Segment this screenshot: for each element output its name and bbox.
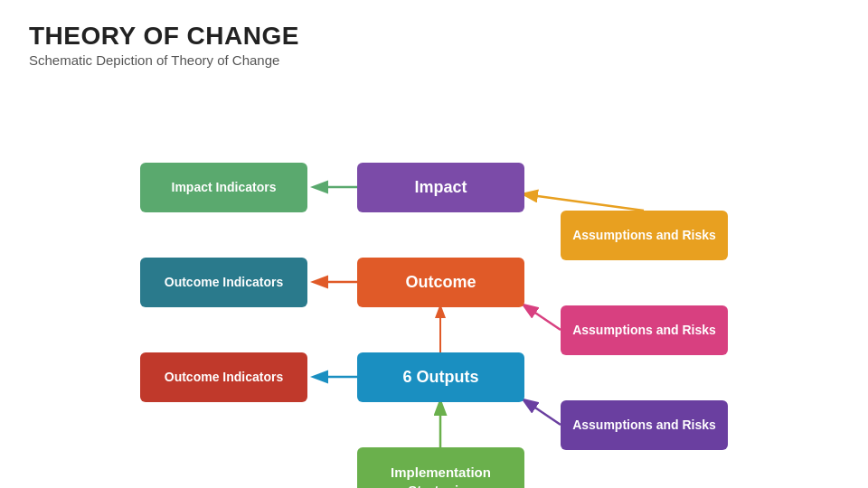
outputs-label: 6 Outputs (403, 367, 479, 388)
diagram: Impact Indicators Impact Assumptions and… (0, 77, 868, 488)
svg-line-1 (524, 194, 644, 211)
output-indicators-label: Outcome Indicators (165, 369, 283, 385)
assumptions-risks-1-box: Assumptions and Risks (561, 211, 728, 260)
implementation-box: Implementation Strategies (357, 447, 524, 488)
assumptions-risks-3-box: Assumptions and Risks (561, 400, 728, 450)
page: THEORY OF CHANGE Schematic Depiction of … (0, 0, 868, 488)
svg-line-7 (524, 400, 561, 425)
svg-line-4 (524, 305, 561, 330)
assumptions1-label: Assumptions and Risks (572, 227, 716, 243)
assumptions3-label: Assumptions and Risks (572, 417, 716, 433)
outcome-label: Outcome (405, 272, 476, 293)
outcome-indicators-box: Outcome Indicators (140, 258, 307, 307)
impact-indicators-box: Impact Indicators (140, 163, 307, 212)
impact-indicators-label: Impact Indicators (172, 179, 277, 195)
outcome-indicators-label: Outcome Indicators (165, 274, 283, 290)
impact-label: Impact (414, 177, 467, 198)
output-indicators-box: Outcome Indicators (140, 352, 307, 402)
page-subtitle: Schematic Depiction of Theory of Change (29, 52, 839, 68)
outcome-box: Outcome (357, 258, 524, 307)
page-title: THEORY OF CHANGE (29, 22, 839, 51)
implementation-label: Implementation Strategies (391, 464, 491, 488)
assumptions-risks-2-box: Assumptions and Risks (561, 305, 728, 355)
impact-box: Impact (357, 163, 524, 212)
assumptions2-label: Assumptions and Risks (572, 322, 716, 338)
outputs-box: 6 Outputs (357, 352, 524, 402)
